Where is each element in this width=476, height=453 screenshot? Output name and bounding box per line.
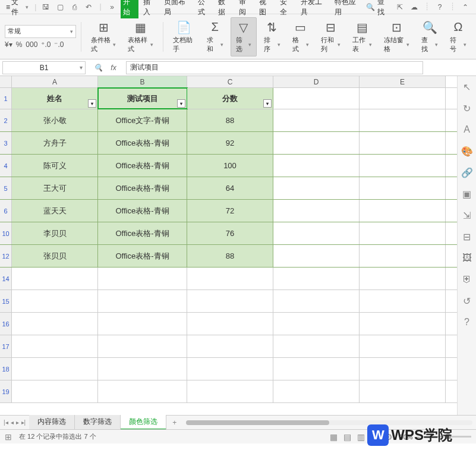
stats-icon[interactable]: ⊞ <box>5 432 12 442</box>
cell[interactable] <box>273 245 360 267</box>
cell[interactable] <box>12 335 98 357</box>
print-preview-icon[interactable]: ▢ <box>55 2 65 12</box>
cell[interactable]: 陈可义 <box>12 155 98 177</box>
row-header[interactable]: 5 <box>0 177 12 199</box>
cell[interactable] <box>273 88 360 109</box>
cell[interactable] <box>360 290 446 312</box>
sheet-nav-last-icon[interactable]: ▸| <box>21 419 26 426</box>
sync-icon[interactable]: ↻ <box>461 102 473 114</box>
rowcol-button[interactable]: ⊟ 行和列▾ <box>316 18 345 56</box>
column-header-A[interactable]: A <box>12 76 98 87</box>
cell[interactable]: 王大可 <box>12 177 98 199</box>
cell[interactable] <box>187 335 273 357</box>
row-header[interactable]: 1 <box>0 88 12 109</box>
increase-decimal-icon[interactable]: ⁺.0 <box>41 40 51 49</box>
sheet-nav-first-icon[interactable]: |◂ <box>4 419 8 426</box>
cell[interactable]: Office文字-青铜 <box>98 109 187 131</box>
row-header[interactable]: 19 <box>0 380 12 402</box>
row-header[interactable]: 15 <box>0 290 12 312</box>
row-header[interactable]: 6 <box>0 200 12 222</box>
row-header[interactable]: 3 <box>0 132 12 154</box>
cell[interactable] <box>360 268 446 290</box>
add-sheet-button[interactable]: + <box>166 417 182 429</box>
cell[interactable] <box>187 358 273 380</box>
row-header[interactable]: 12 <box>0 245 12 267</box>
cell[interactable]: Office表格-青铜 <box>98 132 187 154</box>
cell[interactable] <box>98 313 187 335</box>
export-icon[interactable]: ⇲ <box>461 209 473 221</box>
cell[interactable] <box>273 380 360 402</box>
question-icon[interactable]: ? <box>461 316 473 328</box>
ribbon-tab-8[interactable]: 开发工具 <box>298 0 330 18</box>
text-a-icon[interactable]: A <box>461 124 473 136</box>
cursor-icon[interactable]: ↖ <box>461 81 473 93</box>
cell[interactable] <box>360 88 446 109</box>
cell[interactable] <box>187 380 273 402</box>
cell[interactable]: 方舟子 <box>12 132 98 154</box>
cell[interactable] <box>273 155 360 177</box>
row-header[interactable]: 2 <box>0 109 12 131</box>
search-button[interactable]: 🔍 查找 <box>366 0 390 17</box>
cell[interactable]: 姓名▾ <box>12 88 98 109</box>
fx-icon[interactable]: fx <box>108 62 119 73</box>
screenshot-icon[interactable]: ▣ <box>461 188 473 200</box>
cell[interactable]: 分数▾ <box>187 88 273 109</box>
ribbon-tab-5[interactable]: 审阅 <box>237 0 255 18</box>
row-header[interactable]: 10 <box>0 222 12 244</box>
column-header-D[interactable]: D <box>273 76 360 87</box>
collapse-ribbon-icon[interactable]: ⌃ <box>461 2 470 12</box>
cell[interactable] <box>273 268 360 290</box>
sort-button[interactable]: ⇅ 排序▾ <box>259 18 285 56</box>
cell[interactable]: 88 <box>187 109 273 131</box>
undo-icon[interactable]: ↶ <box>84 2 93 12</box>
cell[interactable] <box>98 380 187 402</box>
cell[interactable]: 88 <box>187 245 273 267</box>
cell[interactable] <box>360 200 446 222</box>
chain-icon[interactable]: 🔗 <box>461 166 473 178</box>
ribbon-tab-2[interactable]: 页面布局 <box>162 0 193 18</box>
cell[interactable] <box>360 109 446 131</box>
cell[interactable] <box>360 155 446 177</box>
sheet-tab[interactable]: 颜色筛选 <box>121 415 166 430</box>
cell[interactable]: Office表格-青铜 <box>98 177 187 199</box>
cell[interactable]: Office表格-青铜 <box>98 155 187 177</box>
cell[interactable] <box>98 290 187 312</box>
view-break-icon[interactable]: ▥ <box>357 432 365 442</box>
cell[interactable] <box>187 313 273 335</box>
print-icon[interactable]: ⎙ <box>70 2 79 12</box>
spreadsheet-grid[interactable]: ABCDE 1姓名▾测试项目▾分数▾2张小敬Office文字-青铜883方舟子O… <box>0 76 457 415</box>
currency-icon[interactable]: ¥▾ <box>5 40 12 49</box>
select-all-corner[interactable] <box>0 76 12 87</box>
cell[interactable] <box>360 335 446 357</box>
filter-dropdown-icon[interactable]: ▾ <box>88 99 96 108</box>
cell[interactable]: 张小敬 <box>12 109 98 131</box>
file-menu-button[interactable]: ≡ 文件 ▾ <box>2 0 32 18</box>
cell[interactable]: Office表格-青铜 <box>98 222 187 244</box>
percent-icon[interactable]: % <box>16 40 23 49</box>
symbol-button[interactable]: Ω 符号▾ <box>445 18 471 56</box>
cell[interactable] <box>12 268 98 290</box>
image-icon[interactable]: 🖼 <box>461 252 473 264</box>
palette-icon[interactable]: 🎨 <box>461 145 473 157</box>
cell[interactable] <box>12 313 98 335</box>
cell[interactable] <box>273 132 360 154</box>
cell[interactable] <box>360 358 446 380</box>
column-header-B[interactable]: B <box>98 76 187 87</box>
ribbon-tab-4[interactable]: 数据 <box>216 0 234 18</box>
cell-name-box[interactable]: B1 <box>2 61 86 74</box>
cell[interactable] <box>273 335 360 357</box>
cell[interactable] <box>12 358 98 380</box>
cell[interactable]: 蓝天天 <box>12 200 98 222</box>
help-icon[interactable]: ? <box>435 2 445 12</box>
cell[interactable] <box>273 200 360 222</box>
cell[interactable]: 64 <box>187 177 273 199</box>
ribbon-tab-7[interactable]: 安全 <box>278 0 296 18</box>
formula-input[interactable]: 测试项目 <box>126 61 423 74</box>
cell[interactable] <box>273 222 360 244</box>
row-header[interactable]: 17 <box>0 335 12 357</box>
cell[interactable]: 72 <box>187 200 273 222</box>
cell[interactable] <box>273 358 360 380</box>
column-header-C[interactable]: C <box>187 76 273 87</box>
minus-icon[interactable]: ⊟ <box>461 231 473 243</box>
cell[interactable] <box>98 268 187 290</box>
